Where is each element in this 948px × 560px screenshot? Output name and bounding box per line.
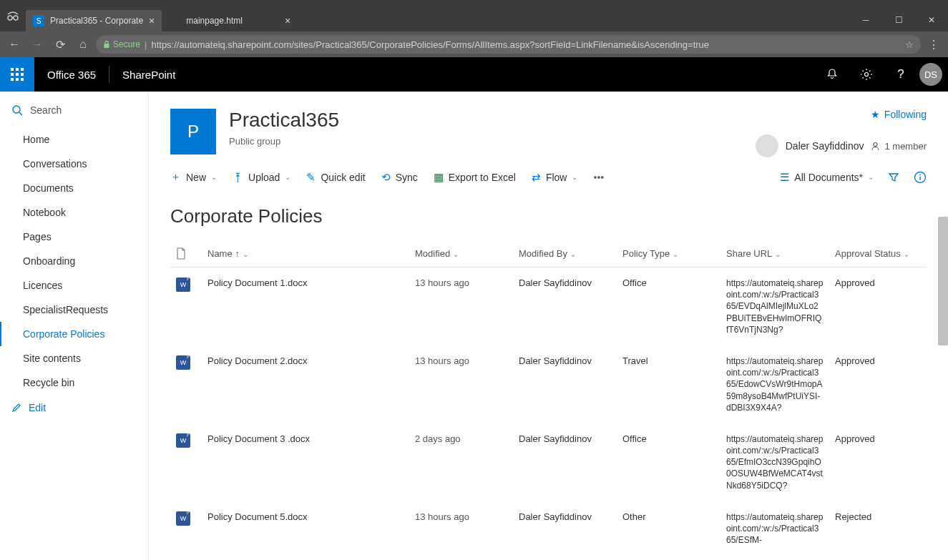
nav-item-notebook[interactable]: Notebook xyxy=(0,200,148,225)
svg-line-5 xyxy=(19,112,22,115)
svg-point-6 xyxy=(874,142,877,146)
upload-button[interactable]: ⭱Upload⌄ xyxy=(233,171,290,183)
column-name[interactable]: Name ↑⌄ xyxy=(202,240,409,267)
column-policy-type[interactable]: Policy Type⌄ xyxy=(617,240,720,267)
settings-button[interactable] xyxy=(851,57,882,92)
export-excel-button[interactable]: ▦Export to Excel xyxy=(434,171,516,184)
svg-point-0 xyxy=(8,16,12,20)
edit-nav-link[interactable]: Edit xyxy=(0,395,148,421)
reload-button[interactable]: ⟳ xyxy=(50,34,70,54)
site-logo[interactable]: P xyxy=(170,109,216,154)
nav-item-pages[interactable]: Pages xyxy=(0,225,148,249)
nav-item-licences[interactable]: Licences xyxy=(0,273,148,298)
quick-edit-button[interactable]: ✎Quick edit xyxy=(306,171,365,184)
url-field[interactable]: Secure | https://automateiq.sharepoint.c… xyxy=(96,35,921,54)
app-name[interactable]: SharePoint xyxy=(109,69,188,81)
chevron-down-icon: ⌄ xyxy=(453,250,459,258)
cell-modified-by[interactable]: Daler Sayfiddinov xyxy=(513,345,617,423)
back-button[interactable]: ← xyxy=(4,34,24,54)
table-row[interactable]: W Policy Document 5.docx 13 hours ago Da… xyxy=(170,501,927,556)
command-bar: ＋New⌄ ⭱Upload⌄ ✎Quick edit ⟲Sync ▦Export… xyxy=(170,157,927,197)
excel-icon: ▦ xyxy=(434,171,444,184)
search-placeholder: Search xyxy=(30,104,62,116)
nav-item-recycle-bin[interactable]: Recycle bin xyxy=(0,370,148,395)
cell-modified: 13 hours ago xyxy=(409,267,513,345)
cell-modified-by[interactable]: Daler Sayfiddinov xyxy=(513,423,617,501)
cell-name[interactable]: Policy Document 5.docx xyxy=(202,501,409,556)
o365-label[interactable]: Office 365 xyxy=(34,69,109,81)
info-icon xyxy=(914,171,927,184)
browser-menu-button[interactable]: ⋮ xyxy=(924,38,944,51)
cell-share-url[interactable]: https://automateiq.sharepoint.com/:w:/s/… xyxy=(720,501,829,556)
nav-item-onboarding[interactable]: Onboarding xyxy=(0,249,148,273)
url-text: https://automateiq.sharepoint.com/sites/… xyxy=(151,39,901,50)
search-box[interactable]: Search xyxy=(0,99,148,122)
chevron-down-icon: ⌄ xyxy=(285,173,290,181)
cell-modified-by[interactable]: Daler Sayfiddinov xyxy=(513,267,617,345)
word-file-icon: W xyxy=(176,355,190,370)
owner-name[interactable]: Daler Sayfiddinov xyxy=(786,140,864,152)
members-link[interactable]: 1 member xyxy=(871,141,927,152)
person-icon xyxy=(871,142,880,151)
column-approval-status[interactable]: Approval Status⌄ xyxy=(829,240,927,267)
cell-share-url[interactable]: https://automateiq.sharepoint.com/:w:/s/… xyxy=(720,267,829,345)
view-selector[interactable]: ☰All Documents*⌄ xyxy=(780,171,874,184)
nav-item-site-contents[interactable]: Site contents xyxy=(0,346,148,370)
suite-bar: Office 365 SharePoint ? DS xyxy=(0,57,948,92)
app-launcher-button[interactable] xyxy=(0,57,34,92)
cell-policy-type: Other xyxy=(617,501,720,556)
sync-button[interactable]: ⟲Sync xyxy=(381,171,418,184)
nav-item-specialistrequests[interactable]: SpecialistRequests xyxy=(0,298,148,322)
maximize-button[interactable]: ☐ xyxy=(882,9,915,31)
column-file-icon[interactable] xyxy=(170,240,202,267)
close-window-button[interactable]: ✕ xyxy=(915,9,948,31)
user-avatar[interactable]: DS xyxy=(919,63,942,86)
close-tab-icon[interactable]: × xyxy=(285,15,290,26)
svg-point-4 xyxy=(13,106,20,113)
svg-point-8 xyxy=(919,174,921,175)
left-navigation: Search HomeConversationsDocumentsNoteboo… xyxy=(0,92,149,560)
cell-name[interactable]: Policy Document 2.docx xyxy=(202,345,409,423)
cell-name[interactable]: Policy Document 1.docx xyxy=(202,267,409,345)
column-share-url[interactable]: Share URL⌄ xyxy=(720,240,829,267)
new-button[interactable]: ＋New⌄ xyxy=(170,170,217,184)
upload-icon: ⭱ xyxy=(233,171,243,183)
column-modified[interactable]: Modified⌄ xyxy=(409,240,513,267)
nav-item-documents[interactable]: Documents xyxy=(0,176,148,200)
browser-tab[interactable]: mainpage.html× xyxy=(162,10,298,31)
cell-policy-type: Office xyxy=(617,267,720,345)
cell-share-url[interactable]: https://automateiq.sharepoint.com/:w:/s/… xyxy=(720,345,829,423)
word-file-icon: W xyxy=(176,433,190,448)
nav-item-corporate-policies[interactable]: Corporate Policies xyxy=(0,322,148,346)
flow-button[interactable]: ⇄Flow⌄ xyxy=(532,171,578,184)
site-title[interactable]: Practical365 xyxy=(229,109,339,132)
cell-approval: Approved xyxy=(829,267,927,345)
cell-name[interactable]: Policy Document 3 .docx xyxy=(202,423,409,501)
secure-indicator: Secure xyxy=(103,39,140,49)
notifications-button[interactable] xyxy=(816,57,848,92)
info-button[interactable] xyxy=(914,171,927,184)
browser-tab[interactable]: SPractical365 - Corporate× xyxy=(26,10,162,31)
help-button[interactable]: ? xyxy=(885,57,917,92)
table-row[interactable]: W Policy Document 3 .docx 2 days ago Dal… xyxy=(170,423,927,501)
scrollbar[interactable] xyxy=(938,217,948,345)
table-row[interactable]: W Policy Document 1.docx 13 hours ago Da… xyxy=(170,267,927,345)
cell-approval: Approved xyxy=(829,345,927,423)
owner-avatar[interactable] xyxy=(756,134,778,157)
column-modified-by[interactable]: Modified By⌄ xyxy=(513,240,617,267)
table-row[interactable]: W Policy Document 2.docx 13 hours ago Da… xyxy=(170,345,927,423)
sync-icon: ⟲ xyxy=(381,171,391,184)
home-button[interactable]: ⌂ xyxy=(73,34,93,54)
nav-item-home[interactable]: Home xyxy=(0,127,148,152)
bookmark-star-icon[interactable]: ☆ xyxy=(905,39,914,50)
follow-button[interactable]: ★ Following xyxy=(756,109,927,120)
svg-point-1 xyxy=(14,16,18,20)
forward-button[interactable]: → xyxy=(27,34,47,54)
minimize-button[interactable]: ─ xyxy=(849,9,882,31)
cell-share-url[interactable]: https://automateiq.sharepoint.com/:w:/s/… xyxy=(720,423,829,501)
cell-modified-by[interactable]: Daler Sayfiddinov xyxy=(513,501,617,556)
more-commands-button[interactable]: ••• xyxy=(593,172,604,183)
nav-item-conversations[interactable]: Conversations xyxy=(0,152,148,176)
close-tab-icon[interactable]: × xyxy=(149,15,155,26)
filter-button[interactable] xyxy=(888,172,899,183)
